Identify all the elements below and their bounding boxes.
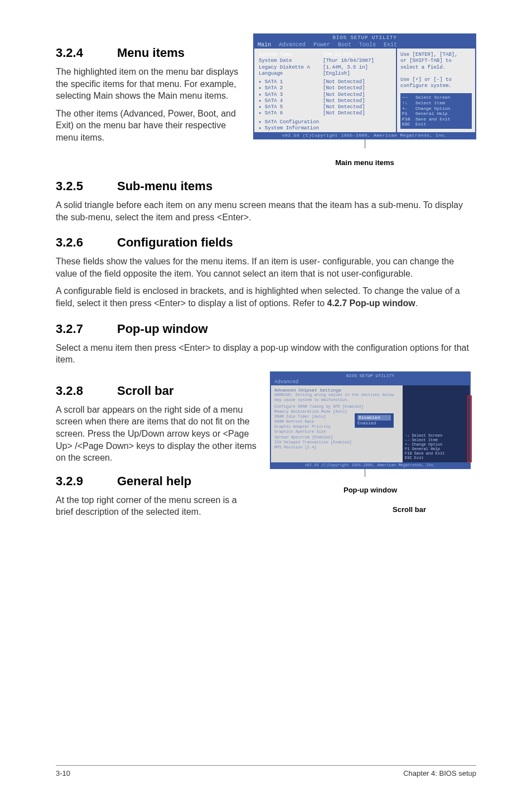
chapter-label: Chapter 4: BIOS setup <box>403 769 476 777</box>
p-326-2: A configurable field is enclosed in brac… <box>56 285 476 309</box>
bios-left-panel: System Time[06:22:54] System Date[Thur 1… <box>254 49 397 132</box>
p-326-1: These fields show the values for the men… <box>56 255 476 279</box>
bios2-left-panel: Advanced Chipset Settings WARNING: Setti… <box>271 385 403 462</box>
bios2-copyright: v02.58 (C)Copyright 1985-2006, American … <box>271 462 470 468</box>
p-324-2: The other items (Advanced, Power, Boot, … <box>56 108 245 144</box>
bios-help-panel: Use [ENTER], [TAB], or [SHIFT-TAB] to se… <box>397 49 475 132</box>
heading-326: 3.2.6Configuration fields <box>56 235 476 250</box>
bios-keys-legend: ←→Select Screen ↑↓Select Item +-Change O… <box>400 93 472 129</box>
heading-329: 3.2.9General help <box>56 474 257 489</box>
bios-copyright: v02.58 (C)Copyright 1985-2006, American … <box>254 132 475 138</box>
bios-title: BIOS SETUP UTILITY <box>254 35 475 41</box>
p-325: A solid triangle before each item on any… <box>56 199 476 223</box>
p-324-1: The highlighted item on the menu bar dis… <box>56 66 245 102</box>
bios-main-screenshot: BIOS SETUP UTILITY Main Advanced Power B… <box>253 33 476 139</box>
p-327: Select a menu item then press <Enter> to… <box>56 342 476 366</box>
p-328: A scroll bar appears on the right side o… <box>56 404 257 464</box>
bios2-title: BIOS SETUP UTILITY <box>271 373 470 379</box>
heading-327: 3.2.7Pop-up window <box>56 322 476 336</box>
caption-popup: Pop-up window <box>264 486 476 494</box>
bios2-right-panel: ↑↓ Select Screen ←→ Select Item +- Chang… <box>403 385 470 462</box>
page-number: 3-10 <box>56 769 70 777</box>
heading-325: 3.2.5Sub-menu items <box>56 179 476 194</box>
bios-menubar: Main Advanced Power Boot Tools Exit <box>254 41 475 49</box>
heading-328: 3.2.8Scroll bar <box>56 384 257 398</box>
bios-advanced-screenshot: BIOS SETUP UTILITY Advanced Advanced Chi… <box>270 371 471 469</box>
p-329: At the top right corner of the menu scre… <box>56 494 257 518</box>
page-footer: 3-10 Chapter 4: BIOS setup <box>56 765 476 777</box>
caption-scrollbar: Scroll bar <box>342 505 476 514</box>
caption-main-menu-items: Main menu items <box>253 158 476 167</box>
bios2-menubar: Advanced <box>271 379 470 385</box>
popup-window: Disabled Enabled <box>355 413 394 428</box>
heading-324: 3.2.4Menu items <box>56 46 245 60</box>
